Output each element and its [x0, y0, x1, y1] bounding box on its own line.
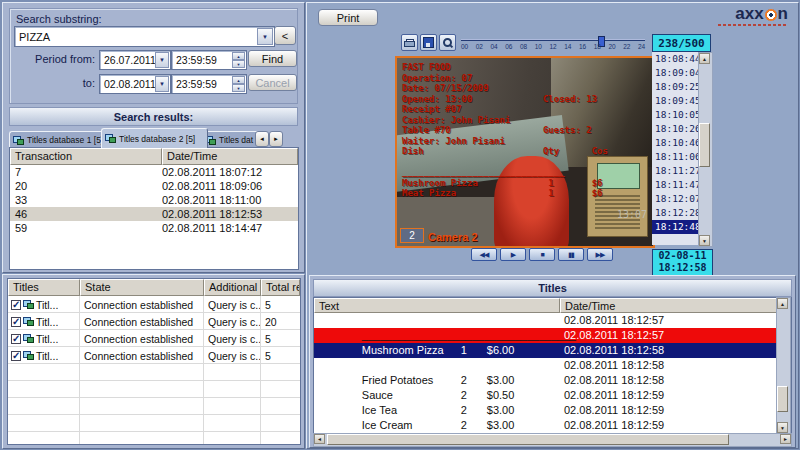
timestamp-item[interactable]: 18:08:44: [652, 52, 698, 66]
from-time-field[interactable]: 23:59:59 ▲▼: [171, 50, 247, 70]
table-row[interactable]: 33 02.08.2011 18:11:00: [10, 193, 298, 207]
scrollbar-thumb[interactable]: [777, 386, 788, 412]
period-from-label: Period from:: [21, 53, 95, 65]
search-substring-combo[interactable]: PIZZA ▼: [14, 26, 275, 47]
timestamp-scrollbar[interactable]: ▲ ▼: [698, 52, 713, 247]
checkbox[interactable]: ✓: [11, 334, 21, 344]
column-header-text[interactable]: Text: [314, 298, 560, 313]
timestamp-item[interactable]: 18:11:06: [652, 150, 698, 164]
timestamp-item[interactable]: 18:12:28: [652, 206, 698, 220]
zoom-frame-button[interactable]: [439, 34, 456, 51]
titles-table-header: Text Date/Time ▲: [314, 298, 791, 313]
table-row[interactable]: Ice Cream2$3.00 02.08.2011 18:12:59: [314, 403, 791, 418]
tab-scroll-right-icon[interactable]: ►: [269, 131, 283, 147]
checkbox[interactable]: ✓: [11, 351, 21, 361]
scroll-up-icon[interactable]: ▲: [777, 298, 788, 309]
table-row[interactable]: Meat Pizza1$6.00 02.08.2011 18:12:58: [314, 343, 791, 358]
chevron-down-icon[interactable]: ▼: [155, 52, 169, 68]
tab-titles-database-2[interactable]: Titles database 2 [5]: [101, 128, 208, 148]
timestamp-item[interactable]: 18:11:47: [652, 178, 698, 192]
table-row[interactable]: Ice Tea2$3.00 02.08.2011 18:12:59: [314, 388, 791, 403]
scroll-down-icon[interactable]: ▼: [699, 235, 710, 246]
list-item[interactable]: ✓ Titl... Connection established Query i…: [8, 313, 300, 330]
table-row[interactable]: ___________________________________ 02.0…: [314, 418, 791, 433]
timeline-tick-label: 10: [533, 43, 544, 50]
forward-button[interactable]: ▶▶: [587, 248, 613, 261]
state-cell: Connection established: [80, 316, 204, 328]
column-header-datetime[interactable]: Date/Time: [560, 298, 778, 313]
table-row[interactable]: 7 02.08.2011 18:07:12: [10, 165, 298, 179]
spin-up-icon[interactable]: ▲: [232, 76, 245, 84]
pos-overlay-line: Table #70 Guests: 2: [402, 125, 608, 136]
titles-vertical-scrollbar[interactable]: ▲ ▼: [776, 297, 791, 434]
datetime-cell: 02.08.2011 18:12:58: [560, 358, 791, 373]
logo-tagline: [718, 24, 788, 26]
timestamp-item[interactable]: 18:10:26: [652, 122, 698, 136]
column-header-additional[interactable]: Additional ...: [204, 279, 261, 296]
list-item[interactable]: ✓ Titl... Connection established Query i…: [8, 296, 300, 313]
time-spinner[interactable]: ▲▼: [232, 52, 245, 68]
checkbox[interactable]: ✓: [11, 317, 21, 327]
column-header-state[interactable]: State: [80, 279, 204, 296]
rewind-button[interactable]: ◀◀: [471, 248, 497, 261]
scroll-up-icon[interactable]: ▲: [699, 53, 710, 64]
timestamp-item[interactable]: 18:10:05: [652, 108, 698, 122]
table-row[interactable]: 46 02.08.2011 18:12:53: [10, 207, 298, 221]
table-row[interactable]: Fried Potatoes2$3.00 02.08.2011 18:12:58: [314, 358, 791, 373]
table-row[interactable]: Sauce2$0.50 02.08.2011 18:12:58: [314, 373, 791, 388]
transaction-table-body: 7 02.08.2011 18:07:12 20 02.08.2011 18:0…: [10, 165, 298, 235]
timestamp-item[interactable]: 18:09:25: [652, 80, 698, 94]
to-date-field[interactable]: 02.08.2011 ▼: [99, 74, 171, 94]
timestamp-item[interactable]: 18:09:04: [652, 66, 698, 80]
timestamp-item[interactable]: 18:12:48: [652, 220, 698, 234]
scroll-left-icon[interactable]: ◄: [314, 434, 325, 444]
cancel-button[interactable]: Cancel: [248, 74, 297, 91]
checkbox[interactable]: ✓: [11, 300, 21, 310]
spin-up-icon[interactable]: ▲: [232, 52, 245, 60]
spin-down-icon[interactable]: ▼: [232, 60, 245, 68]
list-item[interactable]: ✓ Titl... Connection established Query i…: [8, 330, 300, 347]
titles-horizontal-scrollbar[interactable]: ◄ ►: [313, 433, 792, 447]
floppy-disk-icon: [423, 37, 434, 48]
magnifier-icon: [442, 37, 453, 48]
time-scale-slider[interactable]: 00020406081012141618202224: [459, 36, 647, 54]
from-date-field[interactable]: 26.07.2011 ▼: [99, 50, 171, 70]
stop-button[interactable]: ■: [529, 248, 555, 261]
timestamp-item[interactable]: 18:09:45: [652, 94, 698, 108]
scrollbar-thumb[interactable]: [327, 434, 729, 445]
timeline-tick-label: 14: [562, 43, 573, 50]
title-cell: Titl...: [34, 350, 58, 362]
timestamp-item[interactable]: 18:12:07: [652, 192, 698, 206]
print-frame-button[interactable]: [401, 34, 418, 51]
time-spinner[interactable]: ▲▼: [232, 76, 245, 92]
table-row[interactable]: Mushroom Pizza1$6.00 02.08.2011 18:12:57: [314, 328, 791, 343]
datetime-cell: 02.08.2011 18:12:53: [162, 207, 298, 221]
timestamp-item[interactable]: 18:11:27: [652, 164, 698, 178]
column-header-titles[interactable]: Titles: [8, 279, 80, 296]
chevron-down-icon[interactable]: ▼: [257, 28, 273, 45]
find-button[interactable]: Find: [248, 50, 297, 67]
camera-view[interactable]: FAST FOODOperation: 07Date: 07/15/2009Op…: [395, 56, 655, 248]
save-frame-button[interactable]: [420, 34, 437, 51]
pause-button[interactable]: ▮▮: [558, 248, 584, 261]
table-row[interactable]: ___________________________________ 02.0…: [314, 313, 791, 328]
scrollbar-thumb[interactable]: [699, 123, 710, 167]
column-header-transaction[interactable]: Transaction: [10, 148, 162, 165]
spin-down-icon[interactable]: ▼: [232, 84, 245, 92]
column-header-datetime[interactable]: Date/Time: [162, 148, 298, 165]
tab-label: Titles dat: [219, 135, 253, 145]
titles-database-icon: [23, 334, 34, 343]
list-item[interactable]: ✓ Titl... Connection established Query i…: [8, 347, 300, 364]
scroll-down-icon[interactable]: ▼: [777, 422, 788, 433]
scroll-right-icon[interactable]: ►: [780, 434, 791, 444]
to-time-field[interactable]: 23:59:59 ▲▼: [171, 74, 247, 94]
timestamp-item[interactable]: 18:10:46: [652, 136, 698, 150]
print-button[interactable]: Print: [318, 9, 378, 26]
play-button[interactable]: ▶: [500, 248, 526, 261]
history-button[interactable]: <: [274, 26, 296, 45]
chevron-down-icon[interactable]: ▼: [155, 76, 169, 92]
table-row[interactable]: 59 02.08.2011 18:14:47: [10, 221, 298, 235]
tab-scroll-left-icon[interactable]: ◄: [255, 131, 269, 147]
table-row[interactable]: 20 02.08.2011 18:09:06: [10, 179, 298, 193]
column-header-total-records[interactable]: Total reco...: [261, 279, 300, 296]
